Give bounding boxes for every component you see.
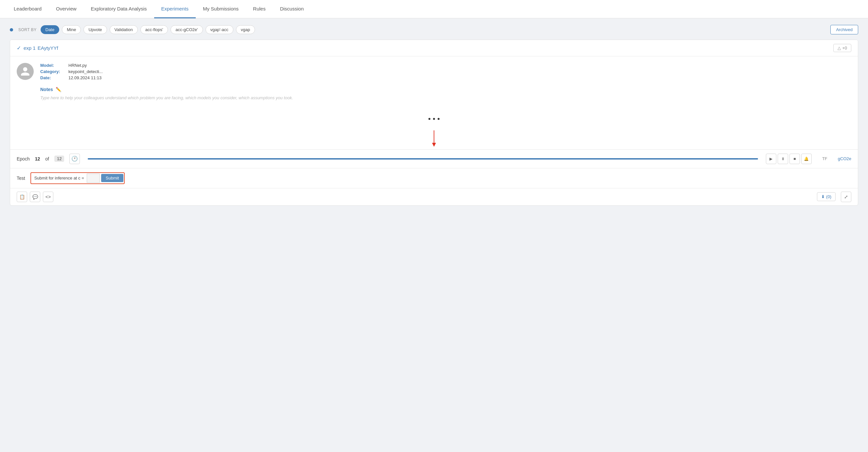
epoch-label: Epoch [17,156,30,162]
model-label: Model: [40,63,66,68]
tab-eda[interactable]: Exploratory Data Analysis [84,0,154,18]
card-footer: 📋 💬 <> ⬇ (0) ⤢ [10,188,858,205]
settings-button[interactable]: 🔔 [801,153,812,164]
test-label: Test [17,175,25,181]
sort-btn-acc-gco2e[interactable]: acc-gCO2e' [170,25,203,34]
tab-overview[interactable]: Overview [49,0,84,18]
archived-button[interactable]: Archived [830,25,858,34]
inference-box: Submit for inference at c = Submit [30,172,125,184]
card-header: ✓ exp 1 EAytyYYf △ +0 [10,40,858,56]
meta-row-date: Date: 12.09.2024 11:13 [40,75,851,80]
pause-button[interactable]: ⏸ [778,153,788,164]
epoch-progress-bar [88,158,758,160]
active-dot-indicator [10,28,13,31]
tab-experiments[interactable]: Experiments [154,0,196,18]
date-value: 12.09.2024 11:13 [68,75,101,80]
stop-button[interactable]: ■ [789,153,800,164]
submit-inference-button[interactable]: Submit [101,174,123,182]
inference-c-input[interactable] [87,174,100,183]
tab-rules[interactable]: Rules [246,0,273,18]
check-icon: ✓ [17,45,21,51]
download-icon: ⬇ [821,194,825,199]
red-arrow-svg [431,130,437,148]
notes-placeholder-text: Type here to help your colleagues unders… [40,95,851,102]
upvote-arrow-icon: △ [838,46,841,51]
clock-icon: 🕐 [71,156,78,162]
download-count: (0) [826,194,831,199]
edit-icon[interactable]: ✏️ [56,87,61,92]
category-label: Category: [40,69,66,74]
epoch-total: 12 [54,156,64,162]
svg-marker-1 [432,143,436,147]
meta-section: Model: HRNet.py Category: keypoint_detec… [40,63,851,102]
epoch-section: Epoch 12 of 12 🕐 ▶ ⏸ ■ 🔔 TF gCO2e [10,149,858,168]
notes-title: Notes [40,87,53,92]
experiment-id: EAytyYYf [38,45,58,51]
date-label: Date: [40,75,66,80]
card-body: Model: HRNet.py Category: keypoint_detec… [10,56,858,108]
meta-info: Model: HRNet.py Category: keypoint_detec… [40,63,851,80]
tf-label: TF [822,156,828,161]
notes-header: Notes ✏️ [40,87,851,92]
comment-footer-button[interactable]: 💬 [30,192,40,202]
download-button[interactable]: ⬇ (0) [817,192,836,201]
epoch-current: 12 [35,156,40,162]
code-icon: <> [45,194,51,199]
sort-btn-vgap[interactable]: vgap [236,25,255,34]
expand-button[interactable]: ⤢ [841,192,851,202]
gco2-label: gCO2e [838,156,851,161]
play-button[interactable]: ▶ [766,153,776,164]
sort-btn-acc-flops[interactable]: acc-flops' [141,25,168,34]
epoch-of-label: of [45,156,49,162]
three-dots-separator [10,108,858,130]
upvote-button[interactable]: △ +0 [833,44,851,52]
tab-leaderboard[interactable]: Leaderboard [6,0,49,18]
sort-btn-mine[interactable]: Mine [62,25,81,34]
avatar [17,63,34,80]
notes-icon: 📋 [19,194,25,199]
main-content: SORT BY Date Mine Upvote Validation acc-… [0,18,868,452]
sort-btn-date[interactable]: Date [40,25,59,34]
annotation-arrow-area [10,130,858,149]
sort-by-label: SORT BY [18,28,37,32]
dot-3 [438,118,440,120]
playback-controls: ▶ ⏸ ■ 🔔 [766,153,812,164]
experiment-title: exp 1 [24,45,36,51]
dot-2 [433,118,435,120]
experiment-card: ✓ exp 1 EAytyYYf △ +0 Model: HRNe [10,39,858,206]
meta-row-model: Model: HRNet.py [40,63,851,68]
tab-my-submissions[interactable]: My Submissions [196,0,246,18]
sort-btn-validation[interactable]: Validation [110,25,138,34]
comment-icon: 💬 [32,194,38,199]
sort-btn-upvote[interactable]: Upvote [84,25,107,34]
clock-button[interactable]: 🕐 [69,153,80,164]
inference-text: Submit for inference at c = [32,175,87,180]
dot-1 [428,118,430,120]
notes-footer-button[interactable]: 📋 [17,192,27,202]
meta-row-category: Category: keypoint_detecti... [40,69,851,74]
code-footer-button[interactable]: <> [43,192,53,202]
upvote-count: +0 [842,46,847,51]
top-navigation: Leaderboard Overview Exploratory Data An… [0,0,868,18]
sort-bar: SORT BY Date Mine Upvote Validation acc-… [10,25,858,34]
tab-discussion[interactable]: Discussion [273,0,311,18]
model-value: HRNet.py [68,63,87,68]
sort-btn-vgap-acc[interactable]: vgap'-acc [206,25,234,34]
test-section: Test Submit for inference at c = Submit [10,168,858,188]
expand-icon: ⤢ [844,194,848,199]
category-value: keypoint_detecti... [68,69,103,74]
notes-section: Notes ✏️ Type here to help your colleagu… [40,87,851,102]
